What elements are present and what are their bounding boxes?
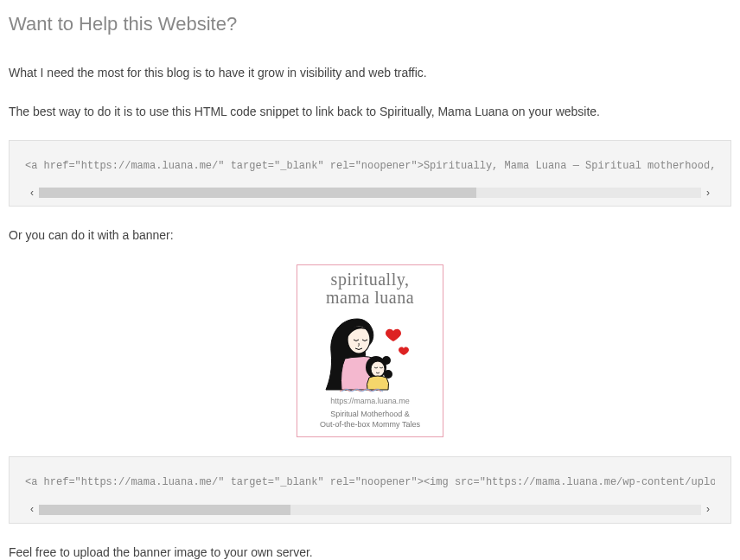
- code-snippet-2: <a href="https://mama.luana.me/" target=…: [9, 456, 731, 523]
- banner-subtitle: Spiritual Motherhood & Out-of-the-box Mo…: [306, 410, 434, 430]
- horizontal-scrollbar-1[interactable]: ‹ ›: [25, 185, 715, 200]
- intro-paragraph-1: What I need the most for this blog is to…: [9, 63, 731, 82]
- code-content-2[interactable]: <a href="https://mama.luana.me/" target=…: [25, 474, 715, 491]
- or-banner-text: Or you can do it with a banner:: [9, 226, 731, 245]
- scroll-track-1[interactable]: [39, 188, 701, 198]
- scroll-thumb-1[interactable]: [39, 188, 476, 198]
- banner-illustration: [314, 310, 426, 393]
- page-title: Want to Help this Website?: [9, 9, 731, 39]
- banner-title: spiritually, mama luana: [306, 270, 434, 307]
- banner-image: spiritually, mama luana: [297, 264, 443, 438]
- svg-point-2: [382, 356, 391, 365]
- scroll-right-icon[interactable]: ›: [701, 185, 715, 201]
- code-content-1[interactable]: <a href="https://mama.luana.me/" target=…: [25, 158, 715, 175]
- scroll-left-icon[interactable]: ‹: [25, 185, 39, 201]
- banner-link[interactable]: spiritually, mama luana: [297, 267, 443, 282]
- scroll-right-icon[interactable]: ›: [701, 501, 715, 518]
- intro-paragraph-2: The best way to do it is to use this HTM…: [9, 102, 731, 121]
- horizontal-scrollbar-2[interactable]: ‹ ›: [25, 502, 715, 518]
- banner-url: https://mama.luana.me: [306, 395, 434, 407]
- scroll-thumb-2[interactable]: [39, 505, 290, 515]
- banner-wrapper: spiritually, mama luana: [9, 264, 731, 438]
- svg-point-4: [371, 361, 385, 377]
- upload-note: Feel free to upload the banner image to …: [9, 543, 731, 561]
- scroll-left-icon[interactable]: ‹: [25, 501, 39, 518]
- code-snippet-1: <a href="https://mama.luana.me/" target=…: [9, 140, 731, 207]
- scroll-track-2[interactable]: [39, 505, 701, 515]
